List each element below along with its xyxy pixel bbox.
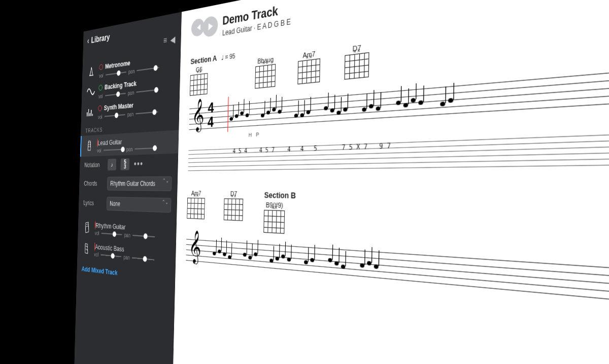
chord-diagram: D7 xyxy=(344,43,369,80)
pan-label: pan xyxy=(124,232,131,238)
list-view-icon[interactable]: ≡ xyxy=(163,35,167,47)
chord-diagram: G6 xyxy=(190,65,208,96)
vol-slider[interactable] xyxy=(101,230,122,238)
chord-diagram: D7 xyxy=(224,190,244,221)
notation-control-row: Notation ♪ 5 3 ••• xyxy=(80,154,178,174)
svg-point-3 xyxy=(90,144,90,145)
chords-control-row: Chords Rhythm Guitar Chords xyxy=(79,173,178,195)
record-arm-toggle[interactable] xyxy=(99,64,103,70)
vol-label: vol xyxy=(94,251,98,258)
pan-slider[interactable] xyxy=(136,108,158,118)
chord-diagram: Am7 xyxy=(297,49,320,85)
svg-point-9 xyxy=(87,226,88,227)
chords-select[interactable]: Rhythm Guitar Chords xyxy=(107,176,172,191)
chord-diagram: Am7 xyxy=(187,190,205,220)
svg-point-2 xyxy=(88,144,89,145)
pan-slider[interactable] xyxy=(135,144,158,153)
svg-point-10 xyxy=(86,246,86,247)
section-b-label: Section B xyxy=(264,190,296,200)
bars-icon xyxy=(86,105,95,119)
pan-slider[interactable] xyxy=(136,86,159,96)
play-button[interactable] xyxy=(202,15,218,38)
vol-slider[interactable] xyxy=(104,145,124,154)
vol-label: vol xyxy=(97,148,101,154)
chord-diagram: B9(#9) xyxy=(263,201,285,234)
metronome-icon xyxy=(87,64,96,79)
notation-tab-button[interactable]: 5 3 xyxy=(120,158,129,170)
wave-icon xyxy=(86,85,95,99)
svg-point-13 xyxy=(87,249,87,250)
vol-label: vol xyxy=(99,72,104,79)
guitar-head-icon xyxy=(85,139,94,153)
treble-clef-icon: 𝄞 xyxy=(188,230,201,264)
svg-point-11 xyxy=(87,246,87,247)
vol-slider[interactable] xyxy=(100,251,121,261)
nav-back-label: Library xyxy=(91,32,110,45)
svg-point-7 xyxy=(87,224,88,225)
svg-point-6 xyxy=(86,224,87,225)
guitar-head-icon xyxy=(83,221,92,234)
chevron-left-icon: ‹ xyxy=(87,35,89,47)
lyrics-label: Lyrics xyxy=(83,199,103,207)
sidebar: ‹ Library ≡ ◀ Metronome vol xyxy=(74,12,182,364)
notation-label: Notation xyxy=(84,161,104,169)
vol-label: vol xyxy=(98,93,103,99)
tempo-marking: ♩ = 95 xyxy=(221,52,235,61)
lyrics-select[interactable]: None xyxy=(107,197,172,213)
score-pane: Demo Track Lead Guitar · E A D G B E Sec… xyxy=(172,0,609,364)
pan-slider[interactable] xyxy=(132,254,155,264)
chords-label: Chords xyxy=(84,180,103,187)
svg-point-8 xyxy=(86,226,87,227)
notation-standard-button[interactable]: ♪ xyxy=(108,159,116,170)
time-signature: 44 xyxy=(208,100,214,129)
bass-head-icon xyxy=(82,242,91,256)
svg-point-5 xyxy=(90,146,90,147)
section-a-label: Section A ♩ = 95 xyxy=(190,51,235,66)
record-arm-toggle[interactable] xyxy=(98,105,102,112)
svg-point-4 xyxy=(88,146,89,147)
vol-label: vol xyxy=(95,230,99,236)
svg-point-12 xyxy=(86,249,86,250)
pan-label: pan xyxy=(128,68,135,75)
record-arm-toggle[interactable] xyxy=(98,85,103,91)
vol-label: vol xyxy=(98,114,103,120)
pan-label: pan xyxy=(126,146,133,152)
pan-label: pan xyxy=(127,111,134,118)
pan-slider[interactable] xyxy=(132,232,155,241)
vol-slider[interactable] xyxy=(105,90,126,99)
chord-diagram: Bbaug xyxy=(255,55,276,89)
vol-slider[interactable] xyxy=(104,111,125,120)
more-options-icon[interactable]: ••• xyxy=(134,158,144,170)
collapse-panel-icon[interactable]: ◀ xyxy=(170,34,175,46)
standard-notation-staff: 𝄞 xyxy=(186,234,609,357)
treble-clef-icon: 𝄞 xyxy=(191,98,205,132)
pan-label: pan xyxy=(128,89,134,96)
pan-label: pan xyxy=(123,254,130,261)
